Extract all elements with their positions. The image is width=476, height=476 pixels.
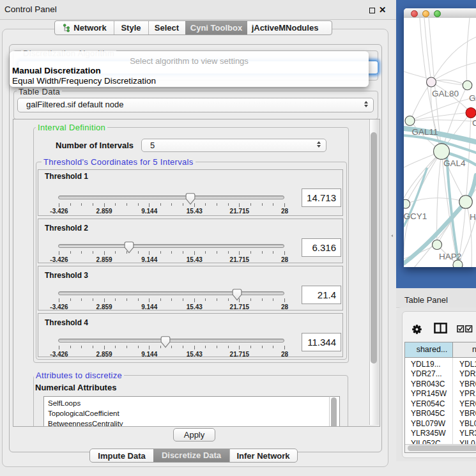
- svg-text:C: C: [472, 118, 476, 128]
- svg-text:GCY1: GCY1: [404, 211, 427, 221]
- svg-text:GA: GA: [469, 93, 476, 103]
- svg-text:GAL80: GAL80: [432, 89, 459, 98]
- svg-text:HAP2: HAP2: [439, 252, 461, 261]
- svg-text:HA: HA: [470, 212, 476, 222]
- svg-text:GAL11: GAL11: [412, 127, 438, 137]
- svg-text:GAL4: GAL4: [443, 158, 466, 168]
